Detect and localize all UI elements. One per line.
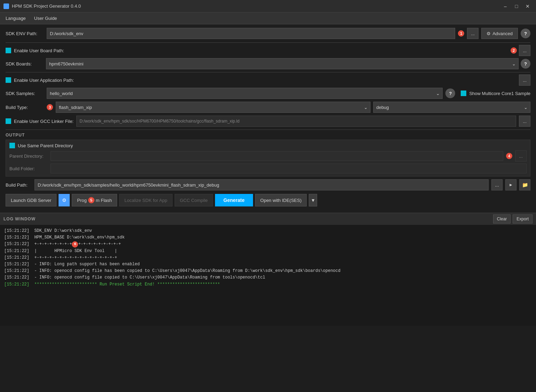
sdk-env-row: SDK ENV Path: 1 ... Advanced ? xyxy=(6,28,530,39)
user-app-checkbox-row: Enable User Application Path: xyxy=(6,77,74,83)
build-folder-label: Build Folder: xyxy=(9,166,48,171)
minimize-button[interactable]: – xyxy=(500,2,510,10)
program-flash-label2: m Flash xyxy=(96,198,112,203)
user-board-dots-button[interactable]: ... xyxy=(519,45,530,56)
menu-bar: Language User Guide xyxy=(0,13,536,24)
user-board-checkbox-row: Enable User Board Path: xyxy=(6,48,64,53)
program-flash-button[interactable]: Prog 5 m Flash xyxy=(72,194,117,206)
sdk-env-browse-button[interactable]: ... xyxy=(467,28,478,39)
launch-gdb-button[interactable]: Launch GDB Server xyxy=(6,194,56,206)
close-button[interactable]: ✕ xyxy=(523,2,533,10)
build-path-input[interactable] xyxy=(35,179,489,190)
output-badge: 4 xyxy=(506,153,512,159)
use-same-parent-label: Use Same Parent Directory xyxy=(18,143,73,148)
title-bar: HPM SDK Project Generator 0.4.0 – □ ✕ xyxy=(0,0,536,13)
multicore-label: Show Multicore Core1 Sample xyxy=(469,91,530,96)
linker-path-input[interactable] xyxy=(76,116,516,127)
advanced-button[interactable]: Advanced xyxy=(481,28,518,39)
linker-row: Enable User GCC Linker File: ... xyxy=(6,116,530,127)
build-type-label: Build Type: xyxy=(6,105,44,110)
program-flash-badge: 5 xyxy=(88,197,94,203)
generate-button[interactable]: Generate xyxy=(215,194,253,206)
sdk-env-input[interactable] xyxy=(47,28,455,39)
localize-sdk-button: Localize SDK for App xyxy=(119,194,173,206)
title-bar-controls: – □ ✕ xyxy=(500,2,533,10)
parent-dir-input[interactable] xyxy=(51,151,503,161)
menu-language[interactable]: Language xyxy=(1,14,30,23)
program-flash-label: Prog xyxy=(77,198,86,203)
sdk-boards-row: SDK Boards: ⌄ ? xyxy=(6,58,530,69)
open-ide-button[interactable]: Open with IDE(SES) xyxy=(255,194,307,206)
sdk-samples-label: SDK Samples: xyxy=(6,91,44,96)
use-same-parent-row: Use Same Parent Directory xyxy=(9,143,527,148)
sdk-samples-row: SDK Samples: ⌄ ? Show Multicore Core1 Sa… xyxy=(6,88,530,99)
build-path-row: Build Path: ... ► 📁 xyxy=(6,179,530,190)
log-content: [15:21:22] SDK_ENV D:\work\sdk_env[15:21… xyxy=(0,225,536,326)
sdk-boards-label: SDK Boards: xyxy=(6,61,44,66)
gcc-compile-button: GCC Compile xyxy=(175,194,213,206)
use-same-parent-checkbox[interactable] xyxy=(9,143,15,148)
user-app-dots-button[interactable]: ... xyxy=(519,75,530,86)
sdk-boards-input[interactable] xyxy=(46,58,519,69)
sdk-env-badge: 1 xyxy=(458,30,464,37)
linker-label: Enable User GCC Linker File: xyxy=(14,119,74,124)
build-type-badge: 3 xyxy=(47,104,53,110)
linker-dots-button[interactable]: ... xyxy=(519,116,530,127)
parent-dir-dots-button[interactable]: ... xyxy=(515,150,527,162)
user-board-label: Enable User Board Path: xyxy=(14,48,64,53)
build-type-row: Build Type: 3 ⌄ ⌄ xyxy=(6,102,530,113)
main-content: SDK ENV Path: 1 ... Advanced ? Enable Us… xyxy=(0,24,536,213)
log-window-title: LOG WINDOW xyxy=(3,217,36,221)
output-section-header: OUTPUT xyxy=(6,133,530,138)
build-type-input[interactable] xyxy=(56,102,370,113)
user-app-label: Enable User Application Path: xyxy=(14,78,74,83)
ide-dropdown-button[interactable]: ▼ xyxy=(309,194,317,206)
menu-user-guide[interactable]: User Guide xyxy=(30,14,61,23)
clear-button[interactable]: Clear xyxy=(493,214,511,224)
build-folder-input[interactable] xyxy=(51,164,527,173)
log-window-header: LOG WINDOW Clear Export xyxy=(0,213,536,225)
sdk-env-help-button[interactable]: ? xyxy=(521,29,530,38)
log-window-controls: Clear Export xyxy=(493,214,533,224)
gear-icon xyxy=(487,31,491,36)
gdb-gear-icon xyxy=(62,197,67,203)
user-board-badge: 2 xyxy=(511,47,517,54)
build-path-label: Build Path: xyxy=(6,182,32,188)
user-board-checkbox[interactable] xyxy=(6,48,11,53)
parent-dir-label: Parent Directory: xyxy=(9,154,48,159)
maximize-button[interactable]: □ xyxy=(512,2,521,10)
build-path-browse-button[interactable]: ... xyxy=(491,179,503,190)
sdk-samples-input[interactable] xyxy=(47,88,443,99)
app-icon xyxy=(3,3,9,9)
debug-input[interactable] xyxy=(373,102,530,113)
toolbar-row: Launch GDB Server Prog 5 m Flash Localiz… xyxy=(6,194,530,206)
multicore-checkbox[interactable] xyxy=(461,91,466,96)
sdk-samples-help-button[interactable]: ? xyxy=(445,88,455,98)
export-button[interactable]: Export xyxy=(513,214,533,224)
window-title: HPM SDK Project Generator 0.4.0 xyxy=(12,3,81,9)
advanced-label: Advanced xyxy=(492,31,513,36)
build-path-terminal-button[interactable]: ► xyxy=(505,179,516,190)
linker-checkbox[interactable] xyxy=(6,118,11,124)
build-path-folder-button[interactable]: 📁 xyxy=(519,179,530,190)
sdk-boards-help-button[interactable]: ? xyxy=(521,59,530,69)
user-app-checkbox[interactable] xyxy=(6,77,11,83)
gdb-gear-button[interactable] xyxy=(59,194,70,206)
sdk-env-label: SDK ENV Path: xyxy=(6,31,44,36)
